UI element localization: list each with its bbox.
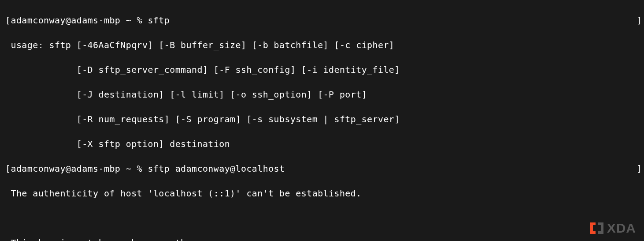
usage-line-2: [-D sftp_server_command] [-F ssh_config]…	[5, 64, 639, 76]
bracket-left: [	[5, 15, 11, 26]
prompt-text: adamconway@adams-mbp ~ % sftp	[11, 15, 170, 26]
bracket-right: ]	[637, 14, 642, 26]
xda-watermark: XDA	[589, 221, 636, 236]
auth-line: The authenticity of host 'localhost (::1…	[5, 187, 639, 200]
blank-line	[5, 212, 639, 224]
usage-line-1: usage: sftp [-46AaCfNpqrv] [-B buffer_si…	[5, 39, 639, 51]
usage-line-5: [-X sftp_option] destination	[5, 138, 639, 150]
terminal-output[interactable]: [adamconway@adams-mbp ~ % sftp] usage: s…	[0, 0, 644, 241]
bracket-right: ]	[637, 162, 642, 175]
prompt-line-1: [adamconway@adams-mbp ~ % sftp]	[5, 14, 639, 26]
key-info-line: This key is not known by any other names…	[5, 237, 639, 241]
prompt-text: adamconway@adams-mbp ~ % sftp adamconway…	[11, 163, 285, 174]
xda-logo-icon	[589, 221, 604, 236]
xda-watermark-text: XDA	[607, 222, 636, 234]
usage-line-3: [-J destination] [-l limit] [-o ssh_opti…	[5, 88, 639, 101]
prompt-line-2: [adamconway@adams-mbp ~ % sftp adamconwa…	[5, 162, 639, 175]
usage-line-4: [-R num_requests] [-S program] [-s subsy…	[5, 113, 639, 125]
bracket-left: [	[5, 163, 11, 174]
